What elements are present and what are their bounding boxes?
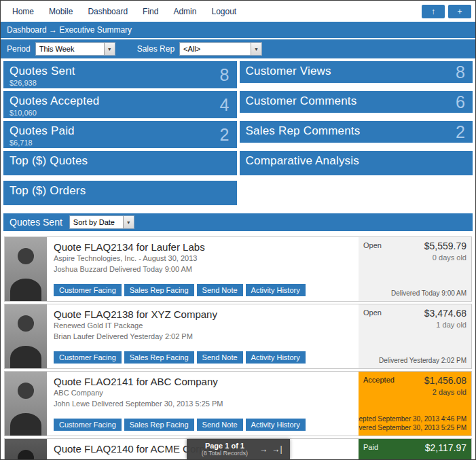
quote-card: Quote FLAQ2134 for Laufer Labs Aspire Te… — [4, 236, 472, 302]
quote-amount: $2,117.97 — [425, 442, 466, 453]
quotes-sent-list-header: Quotes Sent Sort by Date ▼ — [3, 213, 473, 231]
quote-accepted-note: Accepted September 30, 2013 4:46 PM — [359, 415, 466, 423]
tile-title: Quotes Sent — [10, 65, 231, 78]
breadcrumb: Dashboard → Executive Summary — [1, 22, 475, 38]
tile-subtitle: $26,938 — [10, 79, 231, 87]
tile-top-quotes[interactable]: Top ($) Quotes — [3, 151, 237, 175]
status-badge: Open — [363, 308, 382, 317]
add-button[interactable]: + — [448, 5, 471, 18]
quote-age: 1 day old — [436, 321, 466, 329]
filter-bar: Period This Week ▼ Sales Rep <All> ▼ — [1, 39, 475, 58]
quote-line3: John Lewe Delivered September 30, 2013 5… — [54, 400, 352, 409]
tile-subtitle: $10,060 — [10, 109, 231, 117]
last-page-icon[interactable]: →| — [270, 444, 284, 454]
nav-item-dashboard[interactable]: Dashboard — [80, 7, 135, 16]
list-title: Quotes Sent — [10, 217, 62, 228]
chevron-down-icon: ▼ — [251, 43, 261, 55]
sales-rep-select[interactable]: <All> ▼ — [179, 42, 262, 56]
activity-history-button[interactable]: Activity History — [246, 351, 306, 364]
tile-customer-views[interactable]: Customer Views 8 — [240, 61, 473, 83]
up-arrow-button[interactable]: ↑ — [422, 5, 445, 18]
quote-card: Quote FLAO2141 for ABC Company ABC Compa… — [4, 371, 472, 436]
contact-photo — [5, 304, 47, 368]
chevron-down-icon: ▼ — [104, 43, 115, 55]
customer-facing-button[interactable]: Customer Facing — [54, 419, 122, 431]
quote-card-buttons: Customer Facing Sales Rep Facing Send No… — [54, 351, 306, 364]
pager-records-label: (8 Total Records) — [192, 450, 258, 457]
tile-subtitle: $6,718 — [10, 139, 231, 147]
tile-title: Customer Comments — [246, 94, 467, 108]
tile-top-orders[interactable]: Top ($) Orders — [3, 181, 237, 205]
nav-item-find[interactable]: Find — [135, 7, 166, 16]
quote-line3: Brian Laufer Delivered Yesterday 2:02 PM — [54, 332, 352, 342]
quote-delivered-note: Delivered Yesterday 2:02 PM — [379, 357, 466, 364]
send-note-button[interactable]: Send Note — [197, 284, 243, 296]
next-page-icon[interactable]: → — [257, 444, 270, 454]
nav-item-admin[interactable]: Admin — [166, 7, 204, 16]
tile-quotes-paid[interactable]: Quotes Paid $6,718 2 — [3, 121, 237, 148]
quote-card: Quote FLAQ2138 for XYZ Company Renewed G… — [4, 304, 472, 369]
quote-status-panel: Open $3,474.68 1 day old Delivered Yeste… — [359, 304, 471, 368]
quote-card-buttons: Customer Facing Sales Rep Facing Send No… — [54, 284, 306, 296]
tile-title: Comparative Analysis — [246, 154, 467, 168]
send-note-button[interactable]: Send Note — [197, 351, 243, 364]
pager-text: Page 1 of 1 (8 Total Records) — [192, 442, 258, 457]
quote-line2: Renewed Gold IT Package — [54, 321, 352, 331]
tile-title: Quotes Accepted — [10, 94, 231, 108]
period-select[interactable]: This Week ▼ — [35, 42, 115, 56]
tile-row-4: Top ($) Quotes Comparative Analysis — [1, 151, 475, 175]
tile-title: Top ($) Quotes — [10, 154, 231, 168]
quote-status-panel: Accepted $1,456.08 2 days old Accepted S… — [359, 372, 471, 436]
contact-photo — [5, 372, 47, 436]
tile-row-3: Quotes Paid $6,718 2 Sales Rep Comments … — [1, 121, 475, 148]
quote-status-panel: Open $5,559.79 0 days old Delivered Toda… — [359, 237, 471, 301]
sales-rep-facing-button[interactable]: Sales Rep Facing — [124, 351, 194, 364]
quote-card-buttons: Customer Facing Sales Rep Facing Send No… — [54, 419, 306, 431]
contact-photo — [5, 439, 47, 460]
tile-count: 8 — [456, 63, 465, 82]
tile-count: 6 — [456, 92, 465, 112]
period-select-value: This Week — [36, 45, 104, 53]
tile-count: 2 — [220, 125, 230, 145]
quote-title: Quote FLAQ2134 for Laufer Labs — [54, 241, 352, 253]
pager-page-label: Page 1 of 1 — [192, 442, 258, 450]
activity-history-button[interactable]: Activity History — [246, 419, 306, 431]
chevron-down-icon: ▼ — [123, 216, 134, 228]
sales-rep-label: Sales Rep — [137, 44, 175, 54]
tile-quotes-accepted[interactable]: Quotes Accepted $10,060 4 — [3, 91, 237, 118]
pager-overlay: Page 1 of 1 (8 Total Records) → →| — [187, 439, 290, 459]
tile-comparative-analysis[interactable]: Comparative Analysis — [240, 151, 473, 175]
tile-row-5: Top ($) Orders — [1, 181, 475, 205]
sort-select-value: Sort by Date — [70, 218, 123, 226]
quote-card-main: Quote FLAQ2138 for XYZ Company Renewed G… — [47, 304, 359, 368]
sales-rep-facing-button[interactable]: Sales Rep Facing — [124, 284, 194, 296]
send-note-button[interactable]: Send Note — [197, 419, 243, 431]
quote-title: Quote FLAO2141 for ABC Company — [54, 376, 352, 387]
quote-age: 2 days old — [433, 388, 466, 396]
activity-history-button[interactable]: Activity History — [246, 284, 306, 296]
tile-customer-comments[interactable]: Customer Comments 6 — [240, 91, 473, 113]
quote-line3: Joshua Buzzard Delivered Today 9:00 AM — [54, 265, 352, 275]
quote-amount: $5,559.79 — [424, 241, 466, 251]
sales-rep-facing-button[interactable]: Sales Rep Facing — [124, 419, 194, 431]
nav-item-home[interactable]: Home — [5, 7, 41, 16]
status-badge: Paid — [363, 443, 378, 451]
tile-title: Sales Rep Comments — [246, 124, 467, 138]
tile-quotes-sent[interactable]: Quotes Sent $26,938 8 — [3, 61, 237, 88]
sales-rep-select-value: <All> — [180, 45, 251, 53]
customer-facing-button[interactable]: Customer Facing — [54, 351, 122, 364]
nav-item-mobile[interactable]: Mobile — [41, 7, 80, 16]
nav-item-logout[interactable]: Logout — [204, 7, 244, 16]
tile-sales-rep-comments[interactable]: Sales Rep Comments 2 — [240, 121, 473, 143]
quote-amount: $1,456.08 — [424, 375, 466, 386]
tile-title: Top ($) Orders — [10, 184, 231, 198]
quote-delivered-note: Delivered Today 9:00 AM — [391, 289, 466, 297]
tile-row-1: Quotes Sent $26,938 8 Customer Views 8 — [1, 61, 475, 88]
tile-title: Quotes Paid — [10, 124, 231, 138]
quote-amount: $3,474.68 — [424, 308, 466, 319]
quote-title: Quote FLAQ2138 for XYZ Company — [54, 308, 352, 320]
quote-card-main: Quote FLAO2141 for ABC Company ABC Compa… — [47, 372, 359, 436]
customer-facing-button[interactable]: Customer Facing — [54, 284, 122, 296]
quote-line2: ABC Company — [54, 389, 352, 398]
sort-select[interactable]: Sort by Date ▼ — [69, 215, 134, 229]
